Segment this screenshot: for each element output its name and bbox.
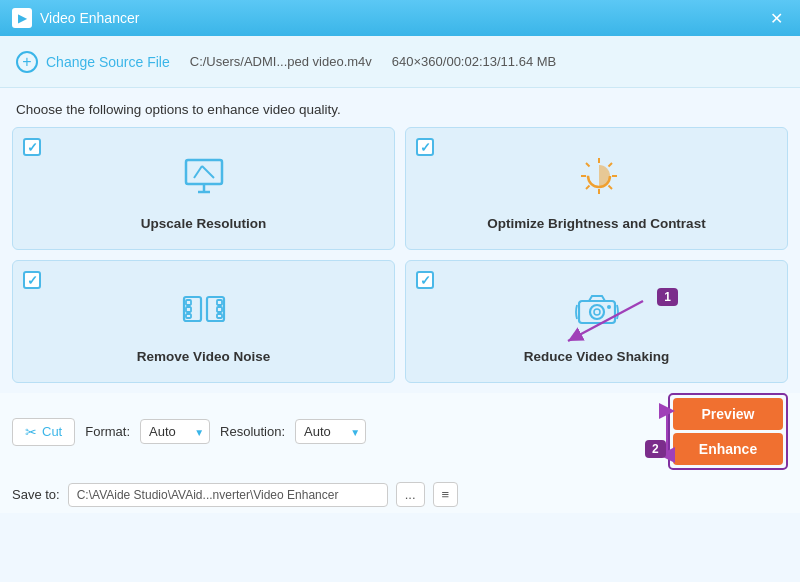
- checkbox-upscale[interactable]: [23, 138, 41, 156]
- option-noise-label: Remove Video Noise: [137, 349, 270, 364]
- change-source-label: Change Source File: [46, 54, 170, 70]
- format-label: Format:: [85, 424, 130, 439]
- save-to-label: Save to:: [12, 487, 60, 502]
- svg-line-4: [194, 166, 202, 178]
- checkbox-noise[interactable]: [23, 271, 41, 289]
- browse-button[interactable]: ...: [396, 482, 425, 507]
- option-shaking: Reduce Video Shaking: [405, 260, 788, 383]
- title-bar: ▶ Video Enhancer ✕: [0, 0, 800, 36]
- svg-point-24: [590, 305, 604, 319]
- format-select-wrapper: Auto MP4 AVI MOV: [140, 419, 210, 444]
- monitor-icon: [178, 150, 230, 206]
- sun-icon: [571, 150, 623, 206]
- preview-enhance-column: Preview 2: [668, 393, 788, 470]
- option-upscale-label: Upscale Resolution: [141, 216, 266, 231]
- close-button[interactable]: ✕: [764, 6, 788, 30]
- svg-line-14: [586, 186, 590, 190]
- description-text: Choose the following options to enhance …: [0, 88, 800, 127]
- svg-line-11: [586, 163, 590, 167]
- window-title: Video Enhancer: [40, 10, 139, 26]
- change-source-button[interactable]: + Change Source File: [16, 51, 170, 73]
- svg-point-25: [594, 309, 600, 315]
- file-info: 640×360/00:02:13/11.64 MB: [392, 54, 556, 69]
- app-icon: ▶: [12, 8, 32, 28]
- save-row: Save to: ... ≡: [0, 476, 800, 513]
- svg-line-5: [202, 166, 214, 178]
- option-noise: Remove Video Noise: [12, 260, 395, 383]
- toolbar: + Change Source File C:/Users/ADMI...ped…: [0, 36, 800, 88]
- option-shaking-label: Reduce Video Shaking: [524, 349, 669, 364]
- camera-icon: [571, 283, 623, 339]
- cut-button[interactable]: ✂ Cut: [12, 418, 75, 446]
- svg-line-12: [608, 186, 612, 190]
- bottom-bar: ✂ Cut Format: Auto MP4 AVI MOV Resolutio…: [0, 393, 800, 476]
- scissors-icon: ✂: [25, 424, 37, 440]
- title-bar-left: ▶ Video Enhancer: [12, 8, 139, 28]
- save-path-input[interactable]: [68, 483, 388, 507]
- svg-rect-0: [186, 160, 222, 184]
- annotation-badge-2: 2: [645, 440, 666, 458]
- list-button[interactable]: ≡: [433, 482, 459, 507]
- preview-button[interactable]: Preview: [673, 398, 783, 430]
- enhance-button[interactable]: Enhance: [673, 433, 783, 465]
- svg-rect-17: [186, 307, 191, 312]
- option-brightness: Optimize Brightness and Contrast: [405, 127, 788, 250]
- action-buttons-area: 1 Preview 2: [668, 393, 788, 470]
- option-upscale: Upscale Resolution: [12, 127, 395, 250]
- annotation-2-area: 2 Enhance: [673, 433, 783, 465]
- svg-rect-21: [217, 307, 222, 312]
- film-icon: [178, 283, 230, 339]
- action-buttons-box: Preview 2: [668, 393, 788, 470]
- checkbox-shaking[interactable]: [416, 271, 434, 289]
- checkbox-brightness[interactable]: [416, 138, 434, 156]
- svg-rect-20: [217, 300, 222, 305]
- svg-line-13: [608, 163, 612, 167]
- format-select[interactable]: Auto MP4 AVI MOV: [140, 419, 210, 444]
- options-grid: Upscale Resolution Optimize Brightness a: [0, 127, 800, 393]
- svg-point-26: [607, 305, 611, 309]
- resolution-select[interactable]: Auto 720p 1080p 4K: [295, 419, 366, 444]
- file-path: C:/Users/ADMI...ped video.m4v: [190, 54, 372, 69]
- svg-rect-16: [186, 300, 191, 305]
- option-brightness-label: Optimize Brightness and Contrast: [487, 216, 705, 231]
- svg-rect-22: [217, 314, 222, 318]
- resolution-select-wrapper: Auto 720p 1080p 4K: [295, 419, 366, 444]
- plus-icon: +: [16, 51, 38, 73]
- svg-rect-18: [186, 314, 191, 318]
- cut-label: Cut: [42, 424, 62, 439]
- resolution-label: Resolution:: [220, 424, 285, 439]
